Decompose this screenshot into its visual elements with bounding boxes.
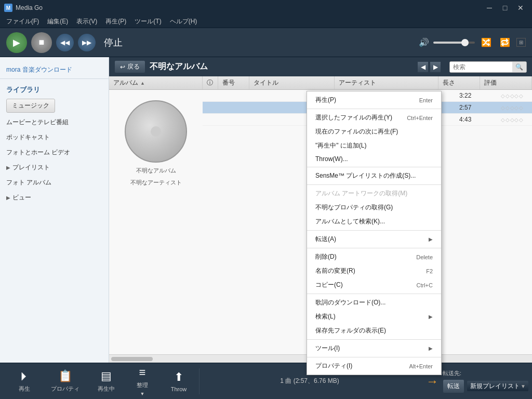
ctx-download-lyrics[interactable]: 歌詞のダウンロード(O)... xyxy=(307,296,441,310)
ctx-artwork-label: アルバム アートワークの取得(M) xyxy=(315,189,407,198)
maximize-button[interactable]: □ xyxy=(498,3,512,13)
sidebar-item-movies[interactable]: ムービーとテレビ番組 xyxy=(0,115,109,130)
properties-bottom-button[interactable]: 📋 プロパティ xyxy=(43,365,88,397)
previous-button[interactable]: ◀◀ xyxy=(56,34,74,51)
col-title[interactable]: タイトル xyxy=(249,76,335,89)
menu-view[interactable]: 表示(V) xyxy=(72,16,101,27)
ctx-play[interactable]: 再生(P) Enter xyxy=(307,93,441,107)
menubar: ファイル(F) 編集(E) 表示(V) 再生(P) ツール(T) ヘルプ(H) xyxy=(0,16,532,28)
ctx-search-album-label: アルバムとして検索(K)... xyxy=(315,217,385,226)
transfer-row: 転送 新規プレイリスト ▼ xyxy=(443,379,526,393)
col-album[interactable]: アルバム ▲ xyxy=(109,76,203,89)
bottom-toolbar: ⏵ 再生 📋 プロパティ ▤ 再生中 ≡ 整理 ▼ ⬆ Throw 1 曲 (2… xyxy=(0,363,532,399)
search-input[interactable] xyxy=(450,62,512,72)
throw-bottom-button[interactable]: ⬆ Throw xyxy=(161,366,197,396)
transfer-label: 転送先: xyxy=(443,369,526,377)
nowplaying-bottom-button[interactable]: ▤ 再生中 xyxy=(88,365,124,397)
ctx-play-selected[interactable]: 選択したファイルの再生(Y) Ctrl+Enter xyxy=(307,111,441,125)
ctx-transfer-label: 転送(A) xyxy=(315,235,336,244)
playlist-select[interactable]: 新規プレイリスト xyxy=(467,380,529,392)
sidebar-item-playlist[interactable]: ▶ プレイリスト xyxy=(0,160,109,175)
ctx-separator-4 xyxy=(307,230,441,231)
stop-button[interactable]: ■ xyxy=(31,32,52,53)
throw-icon: ⬆ xyxy=(174,370,183,384)
album-name: 不明なアルバム xyxy=(136,167,176,175)
ctx-add-to-playing[interactable]: "再生中" に追加(L) xyxy=(307,139,441,153)
ctx-search-label: 検索(L) xyxy=(315,312,336,321)
cell-album xyxy=(203,102,296,113)
ctx-transfer-arrow-icon: ▶ xyxy=(429,236,433,242)
playlist-arrow-icon: ▶ xyxy=(6,165,10,170)
repeat-button[interactable]: 🔁 xyxy=(498,35,512,49)
ctx-throw[interactable]: Throw(W)... xyxy=(307,153,441,165)
ctx-sensme[interactable]: SensMe™ プレイリストの作成(S)... xyxy=(307,169,441,183)
ctx-search-album[interactable]: アルバムとして検索(K)... xyxy=(307,215,441,229)
ctx-copy[interactable]: コピー(C) Ctrl+C xyxy=(307,278,441,292)
ctx-rename-label: 名前の変更(R) xyxy=(315,267,355,275)
sidebar-item-view[interactable]: ▶ ビュー xyxy=(0,190,109,205)
nav-left-button[interactable]: ◀ xyxy=(417,61,429,73)
col-artist[interactable]: アーティスト xyxy=(335,76,438,89)
back-button[interactable]: ↩ 戻る xyxy=(114,60,145,73)
play-circle-icon: ⏵ xyxy=(19,369,30,383)
play-bottom-button[interactable]: ⏵ 再生 xyxy=(6,365,43,397)
transfer-arrow-icon: → xyxy=(426,374,438,389)
ctx-delete-shortcut: Delete xyxy=(416,254,433,260)
organize-dropdown-arrow: ▼ xyxy=(140,391,145,396)
menu-play[interactable]: 再生(P) xyxy=(101,16,130,27)
ctx-separator-5 xyxy=(307,248,441,248)
mora-link[interactable]: mora 音楽ダウンロード xyxy=(0,61,109,79)
window-controls: ─ □ ✕ xyxy=(482,3,528,13)
organize-bottom-label: 整理 xyxy=(137,381,148,389)
scroll-thumb[interactable] xyxy=(111,357,153,361)
ctx-folder-label: 保存先フォルダの表示(E) xyxy=(315,326,386,335)
organize-bottom-button[interactable]: ≡ 整理 ▼ xyxy=(124,362,161,399)
context-menu: 再生(P) Enter 選択したファイルの再生(Y) Ctrl+Enter 現在… xyxy=(307,91,442,375)
col-info[interactable]: ⓘ xyxy=(203,76,218,89)
ctx-delete[interactable]: 削除(D) Delete xyxy=(307,250,441,264)
ctx-show-folder[interactable]: 保存先フォルダの表示(E) xyxy=(307,324,441,338)
menu-edit[interactable]: 編集(E) xyxy=(43,16,72,27)
nav-right-button[interactable]: ▶ xyxy=(430,61,441,73)
next-button[interactable]: ▶▶ xyxy=(78,34,96,51)
screen-button[interactable]: ⊞ xyxy=(516,38,526,47)
ctx-search-sub[interactable]: 検索(L) ▶ xyxy=(307,310,441,324)
ctx-separator-2 xyxy=(307,167,441,167)
ctx-rename[interactable]: 名前の変更(R) F2 xyxy=(307,264,441,278)
ctx-properties[interactable]: プロパティ(I) Alt+Enter xyxy=(307,359,441,373)
transfer-button[interactable]: 転送 xyxy=(443,379,464,393)
ctx-tools-sub[interactable]: ツール(I) ▶ xyxy=(307,341,441,355)
sidebar-item-photo-album[interactable]: フォト アルバム xyxy=(0,175,109,190)
status-info: 1 曲 (2:57、6.76 MB) xyxy=(280,377,339,385)
shuffle-button[interactable]: 🔀 xyxy=(479,35,494,49)
col-number[interactable]: 番号 xyxy=(218,76,249,89)
ctx-play-selected-shortcut: Ctrl+Enter xyxy=(407,115,433,121)
ctx-transfer[interactable]: 転送(A) ▶ xyxy=(307,232,441,246)
ctx-copy-label: コピー(C) xyxy=(315,281,343,289)
content-title: 不明なアルバム xyxy=(150,61,208,72)
view-label: ビュー xyxy=(12,193,31,202)
col-length[interactable]: 長さ xyxy=(438,76,480,89)
music-button[interactable]: ミュージック xyxy=(6,99,55,113)
menu-tools[interactable]: ツール(T) xyxy=(130,16,165,27)
ctx-play-next[interactable]: 現在のファイルの次に再生(F) xyxy=(307,125,441,139)
menu-file[interactable]: ファイル(F) xyxy=(2,16,43,27)
cell-album xyxy=(203,114,296,125)
ctx-delete-label: 削除(D) xyxy=(315,252,337,261)
ctx-add-label: "再生中" に追加(L) xyxy=(315,141,367,150)
menu-help[interactable]: ヘルプ(H) xyxy=(166,16,202,27)
cell-length: 2:57 xyxy=(455,102,497,113)
organize-icon: ≡ xyxy=(139,366,146,379)
cell-length: 3:22 xyxy=(455,90,497,101)
sidebar-item-podcast[interactable]: ポッドキャスト xyxy=(0,130,109,145)
sidebar-item-photo-video[interactable]: フォトとホーム ビデオ xyxy=(0,145,109,160)
play-button[interactable]: ▶ xyxy=(6,32,27,53)
cell-length: 4:43 xyxy=(455,114,497,125)
search-button[interactable]: 🔍 xyxy=(512,62,526,72)
ctx-get-unknown-props[interactable]: 不明なプロパティの取得(G) xyxy=(307,201,441,215)
col-rating[interactable]: 評価 xyxy=(480,76,532,89)
album-art xyxy=(125,100,187,163)
minimize-button[interactable]: ─ xyxy=(482,3,497,13)
volume-slider[interactable] xyxy=(433,42,475,44)
close-button[interactable]: ✕ xyxy=(513,3,528,13)
